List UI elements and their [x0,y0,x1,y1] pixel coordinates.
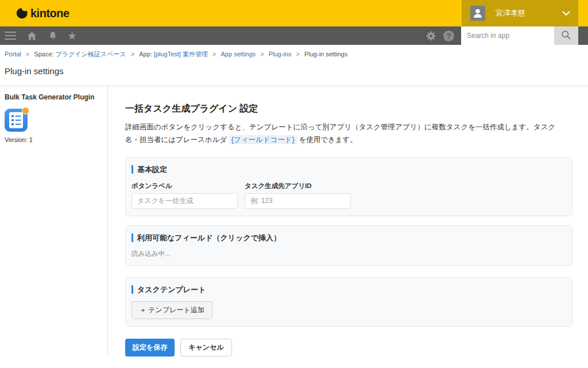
breadcrumb-separator: > [296,51,299,57]
kintone-logo-icon [16,7,29,20]
settings-gear-icon[interactable] [425,30,436,41]
search-icon [560,29,572,43]
target-app-id-field-group: タスク生成先アプリID [245,182,351,209]
breadcrumb-separator: > [26,51,29,57]
task-templates-title: タスクテンプレート [131,285,566,295]
target-app-id-input[interactable] [245,193,351,209]
breadcrumb-space-prefix: Space: [34,51,53,57]
breadcrumb-link-space[interactable]: プラグイン検証スペース [56,51,126,57]
target-app-id-label: タスク生成先アプリID [245,182,351,190]
breadcrumb-link-app[interactable]: [plugTest] 案件管理 [154,51,208,57]
search-input[interactable] [461,26,554,45]
breadcrumb-link-app-settings[interactable]: App settings [221,51,256,57]
notifications-bell-icon[interactable] [48,30,58,41]
form-actions: 設定を保存 キャンセル [125,339,572,356]
plugin-sidebar: Bulk Task Generator Plugin Version: 1 [0,86,108,356]
breadcrumb-separator: > [260,51,264,57]
breadcrumb-link-plugins[interactable]: Plug-ins [269,51,292,57]
favorites-star-icon[interactable]: ★ [67,30,77,41]
plugin-settings-form: 一括タスク生成プラグイン 設定 詳細画面のボタンをクリックすると、テンプレートに… [108,86,588,356]
button-label-input[interactable] [131,193,238,209]
plugin-icon [5,109,28,132]
home-icon[interactable] [26,30,37,41]
basic-settings-card: 基本設定 ボタンラベル タスク生成先アプリID [125,157,572,216]
available-fields-title: 利用可能なフィールド（クリックで挿入） [131,233,566,243]
task-templates-card: タスクテンプレート ＋ テンプレート追加 [125,277,572,327]
kintone-logo[interactable]: kintone [16,7,69,20]
menu-icon[interactable] [5,32,16,40]
user-menu[interactable]: 宮澤孝慈 [462,0,578,26]
breadcrumb-separator: > [212,51,216,57]
button-label-label: ボタンラベル [131,182,238,190]
user-name: 宮澤孝慈 [496,8,562,18]
breadcrumb-separator: > [131,51,134,57]
basic-settings-title-text: 基本設定 [137,164,167,175]
user-avatar-icon [470,6,485,21]
page-title: Plug-in settings [5,66,583,76]
add-template-button[interactable]: ＋ テンプレート追加 [131,301,212,319]
description-text-after: を使用できます。 [297,136,357,144]
available-fields-card: 利用可能なフィールド（クリックで挿入） 読み込み中... [125,225,572,266]
app-search [461,26,578,45]
save-settings-button[interactable]: 設定を保存 [125,339,175,356]
toolbar: ★ ? [0,26,588,45]
plugin-version: Version: 1 [5,136,103,143]
available-fields-title-text: 利用可能なフィールド（クリックで挿入） [137,233,281,243]
content-area: Bulk Task Generator Plugin Version: 1 一括… [0,86,588,356]
accent-bar [131,233,133,242]
cancel-button[interactable]: キャンセル [180,339,231,356]
chevron-down-icon [562,11,570,16]
breadcrumb-app-prefix: App: [139,51,152,57]
help-icon[interactable]: ? [443,30,454,41]
basic-settings-title: 基本設定 [131,164,566,175]
app-header: kintone 宮澤孝慈 [0,0,588,26]
plugin-description: 詳細画面のボタンをクリックすると、テンプレートに沿って別アプリ（タスク管理アプリ… [125,121,567,147]
breadcrumb-current: Plug-in settings [304,51,347,57]
plugin-settings-title: 一括タスク生成プラグイン 設定 [125,103,572,115]
field-code-chip: {フィールドコード} [229,135,297,144]
accent-bar [131,285,133,294]
accent-bar [131,165,133,174]
task-templates-title-text: タスクテンプレート [137,285,206,295]
breadcrumb-link-portal[interactable]: Portal [5,51,21,57]
search-button[interactable] [554,26,578,45]
button-label-field-group: ボタンラベル [131,182,238,209]
plugin-name: Bulk Task Generator Plugin [5,93,103,101]
plugin-badge-icon [22,107,29,114]
fields-loading-status: 読み込み中... [131,250,566,258]
breadcrumb: Portal > Space:プラグイン検証スペース > App:[plugTe… [5,50,583,59]
kintone-logo-text: kintone [30,7,69,20]
